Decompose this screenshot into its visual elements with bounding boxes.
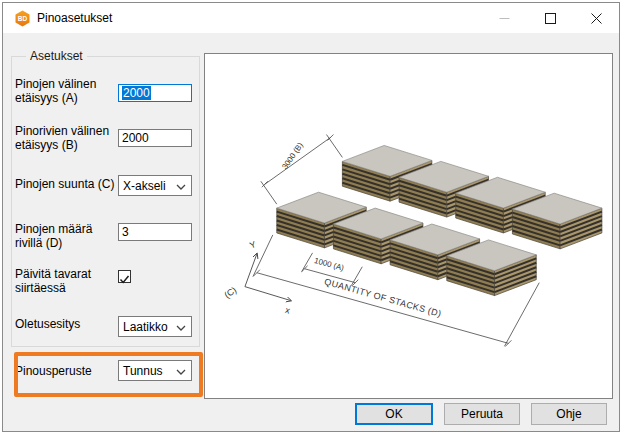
chevron-down-icon — [176, 184, 186, 190]
dim-b-label: 3000 (B) — [280, 141, 305, 171]
row-distance-input[interactable]: 2000 — [118, 129, 192, 147]
update-items-label: Päivitä tavarat siirtäessä — [15, 267, 117, 295]
settings-group-label: Asetukset — [26, 49, 87, 63]
stack-distance-label: Pinojen välinen etäisyys (A) — [15, 77, 117, 105]
title-bar: BD Pinoasetukset — [3, 3, 619, 33]
axis-c-label: (C) — [222, 285, 238, 300]
help-button[interactable]: Ohje — [531, 403, 607, 425]
cancel-button-label: Peruuta — [461, 407, 503, 421]
stacking-criteria-label: Pinousperuste — [15, 364, 117, 378]
ok-button-label: OK — [385, 407, 402, 421]
chevron-down-icon — [176, 369, 186, 375]
preview-panel: 3000 (B) 1000 (A) QUANTITY OF STACKS (D) — [204, 53, 613, 399]
dim-a-label: 1000 (A) — [313, 256, 345, 273]
window-controls — [481, 3, 619, 33]
close-icon — [591, 13, 602, 24]
stack-direction-select[interactable]: X-akseli — [118, 175, 192, 196]
axis-x-label: x — [284, 305, 291, 316]
default-representation-select[interactable]: Laatikko — [118, 316, 192, 337]
app-icon-text: BD — [18, 15, 28, 22]
stack-distance-input[interactable]: 2000 — [118, 84, 192, 102]
stack-direction-label: Pinojen suunta (C) — [15, 177, 117, 191]
default-representation-value: Laatikko — [123, 320, 168, 334]
stacking-criteria-value: Tunnus — [123, 364, 163, 378]
minimize-icon — [499, 13, 510, 24]
checkmark-icon — [119, 274, 130, 285]
axis-y-label: Y — [248, 239, 257, 250]
app-icon: BD — [14, 10, 31, 27]
row-distance-label: Pinorivien välinen etäisyys (B) — [15, 124, 117, 152]
close-button[interactable] — [573, 3, 619, 33]
ok-button[interactable]: OK — [355, 403, 433, 425]
stacking-criteria-select[interactable]: Tunnus — [118, 360, 192, 381]
maximize-button[interactable] — [527, 3, 573, 33]
quantity-of-stacks-label: QUANTITY OF STACKS (D) — [323, 276, 442, 318]
default-representation-label: Oletusesitys — [15, 317, 117, 331]
row-distance-value: 2000 — [122, 131, 149, 145]
minimize-button[interactable] — [481, 3, 527, 33]
chevron-down-icon — [176, 325, 186, 331]
stacks-per-row-input[interactable]: 3 — [118, 223, 192, 241]
axis-lines — [245, 254, 291, 301]
stack-settings-dialog: BD Pinoasetukset Ase — [2, 2, 620, 432]
update-items-checkbox[interactable] — [118, 270, 131, 283]
stack-direction-value: X-akseli — [123, 179, 166, 193]
stacks-per-row-label: Pinojen määrä rivillä (D) — [15, 222, 117, 250]
stack-distance-value: 2000 — [122, 86, 151, 100]
stacks-illustration: 3000 (B) 1000 (A) QUANTITY OF STACKS (D) — [205, 54, 612, 398]
stacks-per-row-value: 3 — [122, 225, 129, 239]
maximize-icon — [545, 13, 556, 24]
cancel-button[interactable]: Peruuta — [444, 403, 520, 425]
window-title: Pinoasetukset — [37, 11, 112, 25]
help-button-label: Ohje — [556, 407, 581, 421]
